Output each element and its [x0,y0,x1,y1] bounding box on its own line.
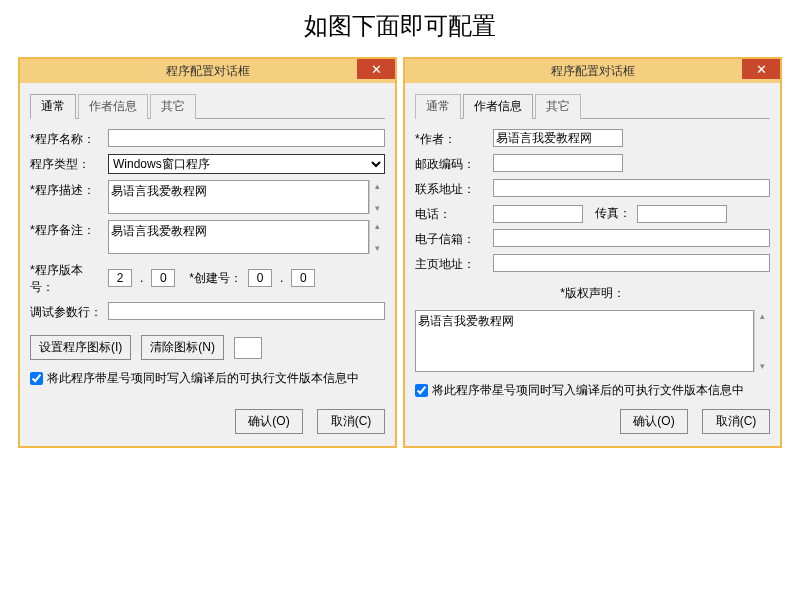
page-title: 如图下面即可配置 [0,0,800,57]
version-major-input[interactable] [108,269,132,287]
build-major-input[interactable] [248,269,272,287]
tab-author[interactable]: 作者信息 [463,94,533,119]
label-copyright: *版权声明： [415,285,770,302]
program-desc-input[interactable]: 易语言我爱教程网 [108,180,369,214]
cancel-button[interactable]: 取消(C) [702,409,770,434]
email-input[interactable] [493,229,770,247]
dialog-title: 程序配置对话框 [405,63,780,80]
label-email: 电子信箱： [415,229,487,248]
write-version-info-checkbox[interactable] [415,384,428,397]
clear-icon-button[interactable]: 清除图标(N) [141,335,224,360]
scrollbar[interactable]: ▴▾ [369,220,385,254]
build-minor-input[interactable] [291,269,315,287]
close-icon: ✕ [756,62,767,77]
label-address: 联系地址： [415,179,487,198]
label-postal: 邮政编码： [415,154,487,173]
dialog-title: 程序配置对话框 [20,63,395,80]
tab-author[interactable]: 作者信息 [78,94,148,119]
tab-general[interactable]: 通常 [415,94,461,119]
author-input[interactable] [493,129,623,147]
write-version-info-checkbox[interactable] [30,372,43,385]
debug-rows-input[interactable] [108,302,385,320]
checkbox-label: 将此程序带星号项同时写入编译后的可执行文件版本信息中 [47,370,359,387]
label-debug-rows: 调试参数行： [30,302,102,321]
ok-button[interactable]: 确认(O) [620,409,688,434]
phone-input[interactable] [493,205,583,223]
titlebar: 程序配置对话框 ✕ [405,59,780,83]
program-name-input[interactable] [108,129,385,147]
label-phone: 电话： [415,204,487,223]
address-input[interactable] [493,179,770,197]
close-button[interactable]: ✕ [742,59,780,79]
tab-general[interactable]: 通常 [30,94,76,119]
scrollbar[interactable]: ▴▾ [754,310,770,372]
set-icon-button[interactable]: 设置程序图标(I) [30,335,131,360]
cancel-button[interactable]: 取消(C) [317,409,385,434]
label-program-desc: *程序描述： [30,180,102,199]
titlebar: 程序配置对话框 ✕ [20,59,395,83]
close-button[interactable]: ✕ [357,59,395,79]
tab-bar: 通常 作者信息 其它 [30,93,385,119]
config-dialog-general: 程序配置对话框 ✕ 通常 作者信息 其它 *程序名称： 程序类型： Window… [18,57,397,448]
label-homepage: 主页地址： [415,254,487,273]
config-dialog-author: 程序配置对话框 ✕ 通常 作者信息 其它 *作者： 邮政编码： 联系地址： [403,57,782,448]
label-program-note: *程序备注： [30,220,102,239]
program-note-input[interactable]: 易语言我爱教程网 [108,220,369,254]
ok-button[interactable]: 确认(O) [235,409,303,434]
dot: . [278,271,285,285]
tab-bar: 通常 作者信息 其它 [415,93,770,119]
label-author: *作者： [415,129,487,148]
label-fax: 传真： [595,205,631,222]
label-build: *创建号： [189,270,242,287]
copyright-input[interactable]: 易语言我爱教程网 [415,310,754,372]
label-program-name: *程序名称： [30,129,102,148]
fax-input[interactable] [637,205,727,223]
label-program-type: 程序类型： [30,154,102,173]
tab-other[interactable]: 其它 [150,94,196,119]
tab-other[interactable]: 其它 [535,94,581,119]
checkbox-label: 将此程序带星号项同时写入编译后的可执行文件版本信息中 [432,382,744,399]
program-type-select[interactable]: Windows窗口程序 [108,154,385,174]
close-icon: ✕ [371,62,382,77]
version-minor-input[interactable] [151,269,175,287]
dot: . [138,271,145,285]
postal-input[interactable] [493,154,623,172]
label-version: *程序版本号： [30,260,102,296]
homepage-input[interactable] [493,254,770,272]
icon-preview [234,337,262,359]
scrollbar[interactable]: ▴▾ [369,180,385,214]
